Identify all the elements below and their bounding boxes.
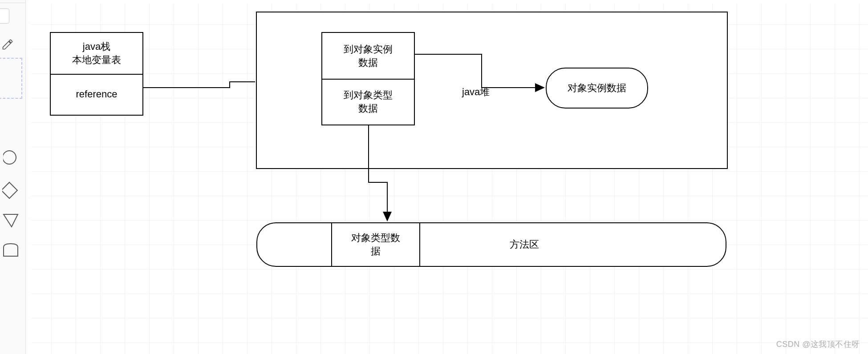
page-icon <box>3 243 20 258</box>
circle-icon <box>3 149 19 165</box>
svg-point-0 <box>3 151 16 164</box>
pencil-icon <box>1 38 14 51</box>
method-area-label: 方法区 <box>510 238 539 251</box>
method-area-label-wrap: 方法区 <box>480 223 569 266</box>
instance-data-box[interactable]: 对象实例数据 <box>546 68 648 109</box>
tool-diamond[interactable] <box>0 181 22 199</box>
handle-type-ptr-line1: 到对象类型 <box>344 88 393 102</box>
tool-page[interactable] <box>0 243 22 258</box>
stack-box[interactable]: java栈 本地变量表 reference <box>50 32 143 116</box>
svg-marker-1 <box>2 182 17 198</box>
stack-reference-label: reference <box>76 88 118 101</box>
stack-title-line1: java栈 <box>83 40 110 53</box>
tool-circle[interactable] <box>0 149 22 165</box>
handle-instance-ptr-line2: 数据 <box>358 56 378 69</box>
tool-rect-partial[interactable] <box>0 7 11 25</box>
instance-data-label: 对象实例数据 <box>568 81 626 95</box>
handle-box[interactable]: 到对象实例 数据 到对象类型 数据 <box>321 32 415 125</box>
shape-toolbar <box>0 0 26 354</box>
stack-title-line2: 本地变量表 <box>72 53 121 67</box>
tool-selection-placeholder[interactable] <box>0 58 22 99</box>
handle-instance-ptr-line1: 到对象实例 <box>344 43 393 56</box>
triangle-icon <box>3 213 20 229</box>
method-area-box[interactable]: 对象类型数 据 方法区 <box>256 222 726 267</box>
heap-label: java堆 <box>462 85 490 99</box>
handle-type-ptr-line2: 数据 <box>358 102 378 115</box>
type-data-label2: 据 <box>371 245 381 258</box>
type-data-label1: 对象类型数 <box>351 231 400 245</box>
diamond-icon <box>2 181 20 199</box>
tool-triangle[interactable] <box>0 213 22 229</box>
type-data-cell: 对象类型数 据 <box>331 222 420 267</box>
watermark: CSDN @这我顶不住呀 <box>776 339 860 350</box>
tool-edit[interactable] <box>0 38 19 51</box>
